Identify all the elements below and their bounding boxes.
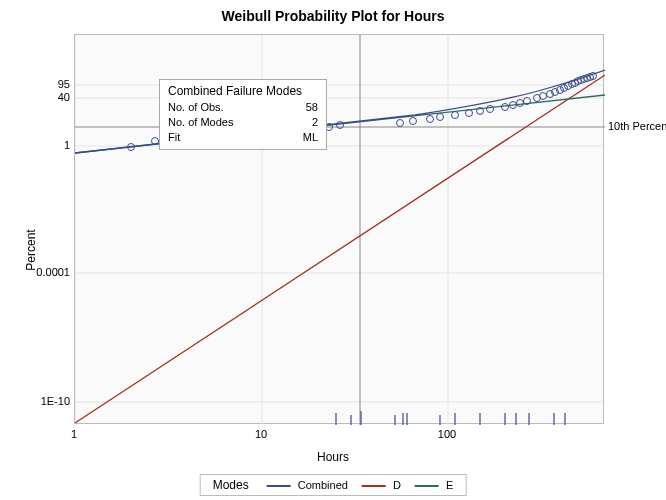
svg-point-19 bbox=[397, 120, 404, 127]
y-tick: 95 bbox=[26, 78, 70, 90]
legend-item-d: D bbox=[362, 479, 401, 491]
x-tick: 1 bbox=[71, 428, 77, 440]
svg-point-20 bbox=[410, 118, 417, 125]
y-tick: 1 bbox=[26, 139, 70, 151]
x-tick: 100 bbox=[438, 428, 456, 440]
svg-point-24 bbox=[466, 110, 473, 117]
info-row: No. of Obs. 58 bbox=[168, 100, 318, 115]
info-row: Fit ML bbox=[168, 130, 318, 145]
svg-point-29 bbox=[517, 100, 524, 107]
svg-point-23 bbox=[452, 112, 459, 119]
rug-marks bbox=[336, 411, 565, 425]
info-key: Fit bbox=[168, 130, 180, 145]
swatch-d bbox=[362, 485, 386, 487]
info-key: No. of Obs. bbox=[168, 100, 224, 115]
reference-lines bbox=[75, 35, 605, 425]
legend-item-combined: Combined bbox=[267, 479, 348, 491]
legend: Modes Combined D E bbox=[200, 474, 467, 496]
info-box: Combined Failure Modes No. of Obs. 58 No… bbox=[159, 79, 327, 150]
chart-container: Weibull Probability Plot for Hours Perce… bbox=[0, 0, 666, 500]
svg-point-21 bbox=[427, 116, 434, 123]
svg-point-22 bbox=[437, 114, 444, 121]
y-tick: 40 bbox=[26, 91, 70, 103]
legend-title: Modes bbox=[213, 478, 249, 492]
plot-area: Combined Failure Modes No. of Obs. 58 No… bbox=[74, 34, 604, 424]
y-tick: 0.0001 bbox=[26, 266, 70, 278]
y-axis-label: Percent bbox=[24, 229, 38, 270]
legend-label: E bbox=[446, 479, 453, 491]
x-tick: 10 bbox=[255, 428, 267, 440]
legend-label: D bbox=[393, 479, 401, 491]
y-tick: 1E-10 bbox=[26, 395, 70, 407]
svg-point-37 bbox=[565, 83, 572, 90]
legend-label: Combined bbox=[298, 479, 348, 491]
svg-point-27 bbox=[502, 104, 509, 111]
ref-y-label: 10th Percentile bbox=[608, 120, 666, 132]
svg-point-26 bbox=[487, 106, 494, 113]
info-row: No. of Modes 2 bbox=[168, 115, 318, 130]
info-key: No. of Modes bbox=[168, 115, 233, 130]
svg-point-36 bbox=[561, 85, 568, 92]
info-val: 2 bbox=[312, 115, 318, 130]
info-header: Combined Failure Modes bbox=[168, 84, 318, 98]
series-combined-line bbox=[75, 70, 605, 153]
gridlines bbox=[75, 35, 605, 425]
info-val: 58 bbox=[306, 100, 318, 115]
chart-title: Weibull Probability Plot for Hours bbox=[0, 0, 666, 24]
legend-item-e: E bbox=[415, 479, 453, 491]
x-axis-label: Hours bbox=[317, 450, 349, 464]
plot-svg bbox=[75, 35, 605, 425]
info-val: ML bbox=[303, 130, 318, 145]
swatch-combined bbox=[267, 485, 291, 487]
swatch-e bbox=[415, 485, 439, 487]
